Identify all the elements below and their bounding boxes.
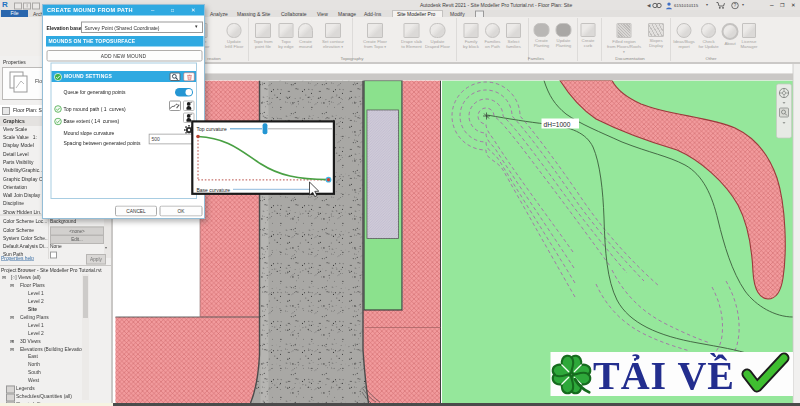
svg-text:?: ? — [734, 2, 737, 8]
svg-text:Top curvature: Top curvature — [197, 126, 228, 132]
svg-text:Base curvature: Base curvature — [197, 187, 231, 193]
svg-text:dH=1000: dH=1000 — [544, 121, 571, 128]
svg-text:TẢI VỀ: TẢI VỀ — [593, 353, 735, 398]
